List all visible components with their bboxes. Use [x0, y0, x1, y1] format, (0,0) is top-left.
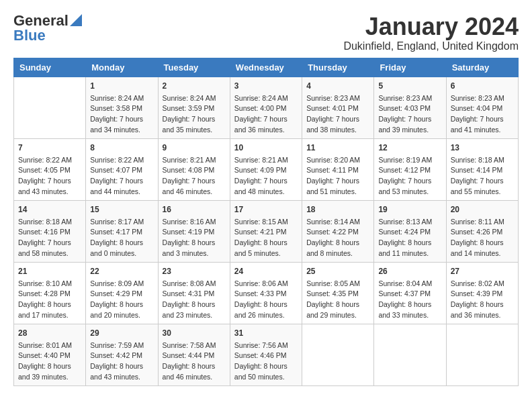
day-info: Sunrise: 7:58 AMSunset: 4:44 PMDaylight:…: [163, 340, 226, 383]
day-cell-24: 24Sunrise: 8:06 AMSunset: 4:33 PMDayligh…: [230, 262, 302, 324]
day-number: 24: [234, 265, 298, 277]
empty-cell: [14, 77, 86, 138]
day-number: 8: [90, 142, 153, 154]
day-cell-25: 25Sunrise: 8:05 AMSunset: 4:35 PMDayligh…: [302, 262, 374, 324]
day-info: Sunrise: 8:18 AMSunset: 4:16 PMDaylight:…: [18, 217, 81, 259]
day-info: Sunrise: 8:21 AMSunset: 4:09 PMDaylight:…: [234, 155, 298, 197]
day-cell-19: 19Sunrise: 8:13 AMSunset: 4:24 PMDayligh…: [374, 200, 446, 262]
day-info: Sunrise: 8:04 AMSunset: 4:37 PMDaylight:…: [378, 279, 441, 321]
empty-cell: [302, 324, 374, 385]
header-row: SundayMondayTuesdayWednesdayThursdayFrid…: [14, 58, 519, 77]
header-thursday: Thursday: [302, 58, 374, 77]
week-row-2: 7Sunrise: 8:22 AMSunset: 4:05 PMDaylight…: [14, 138, 519, 200]
title-block: January 2024 Dukinfield, England, United…: [343, 13, 519, 52]
day-number: 1: [90, 80, 153, 92]
day-number: 18: [306, 203, 369, 216]
day-cell-3: 3Sunrise: 8:24 AMSunset: 4:00 PMDaylight…: [230, 77, 302, 138]
day-cell-16: 16Sunrise: 8:16 AMSunset: 4:19 PMDayligh…: [158, 200, 230, 262]
day-cell-30: 30Sunrise: 7:58 AMSunset: 4:44 PMDayligh…: [158, 324, 230, 385]
day-number: 4: [306, 80, 369, 92]
day-number: 11: [306, 142, 369, 154]
day-number: 26: [378, 265, 441, 277]
day-info: Sunrise: 8:16 AMSunset: 4:19 PMDaylight:…: [163, 217, 226, 259]
day-cell-26: 26Sunrise: 8:04 AMSunset: 4:37 PMDayligh…: [374, 262, 446, 324]
day-number: 31: [234, 327, 298, 339]
day-cell-28: 28Sunrise: 8:01 AMSunset: 4:40 PMDayligh…: [14, 324, 86, 385]
day-number: 15: [90, 203, 153, 216]
day-info: Sunrise: 8:21 AMSunset: 4:08 PMDaylight:…: [163, 155, 226, 197]
calendar-table: SundayMondayTuesdayWednesdayThursdayFrid…: [13, 58, 519, 386]
day-info: Sunrise: 8:23 AMSunset: 4:01 PMDaylight:…: [306, 93, 369, 136]
header-sunday: Sunday: [14, 58, 86, 77]
day-info: Sunrise: 8:15 AMSunset: 4:21 PMDaylight:…: [234, 217, 298, 259]
day-info: Sunrise: 8:23 AMSunset: 4:04 PMDaylight:…: [451, 93, 514, 136]
day-info: Sunrise: 8:18 AMSunset: 4:14 PMDaylight:…: [451, 155, 514, 197]
day-info: Sunrise: 8:01 AMSunset: 4:40 PMDaylight:…: [18, 340, 81, 383]
day-info: Sunrise: 8:24 AMSunset: 3:58 PMDaylight:…: [90, 93, 153, 136]
day-number: 2: [163, 80, 226, 92]
day-cell-21: 21Sunrise: 8:10 AMSunset: 4:28 PMDayligh…: [14, 262, 86, 324]
day-cell-22: 22Sunrise: 8:09 AMSunset: 4:29 PMDayligh…: [86, 262, 158, 324]
day-info: Sunrise: 7:59 AMSunset: 4:42 PMDaylight:…: [90, 340, 153, 383]
day-number: 27: [451, 265, 514, 277]
day-number: 17: [234, 203, 298, 216]
day-cell-18: 18Sunrise: 8:14 AMSunset: 4:22 PMDayligh…: [302, 200, 374, 262]
day-cell-2: 2Sunrise: 8:24 AMSunset: 3:59 PMDaylight…: [158, 77, 230, 138]
day-number: 23: [163, 265, 226, 277]
day-cell-4: 4Sunrise: 8:23 AMSunset: 4:01 PMDaylight…: [302, 77, 374, 138]
day-cell-7: 7Sunrise: 8:22 AMSunset: 4:05 PMDaylight…: [14, 138, 86, 200]
day-info: Sunrise: 8:24 AMSunset: 4:00 PMDaylight:…: [234, 93, 298, 136]
day-info: Sunrise: 8:24 AMSunset: 3:59 PMDaylight:…: [163, 93, 226, 136]
day-number: 21: [18, 265, 81, 277]
day-cell-1: 1Sunrise: 8:24 AMSunset: 3:58 PMDaylight…: [86, 77, 158, 138]
day-cell-11: 11Sunrise: 8:20 AMSunset: 4:11 PMDayligh…: [302, 138, 374, 200]
day-number: 13: [451, 142, 514, 154]
day-number: 14: [18, 203, 81, 216]
day-info: Sunrise: 8:10 AMSunset: 4:28 PMDaylight:…: [18, 279, 81, 321]
day-number: 19: [378, 203, 441, 216]
day-cell-5: 5Sunrise: 8:23 AMSunset: 4:03 PMDaylight…: [374, 77, 446, 138]
day-cell-10: 10Sunrise: 8:21 AMSunset: 4:09 PMDayligh…: [230, 138, 302, 200]
day-number: 12: [378, 142, 441, 154]
header-tuesday: Tuesday: [158, 58, 230, 77]
day-info: Sunrise: 8:17 AMSunset: 4:17 PMDaylight:…: [90, 217, 153, 259]
header-saturday: Saturday: [446, 58, 518, 77]
day-number: 6: [451, 80, 514, 92]
month-title: January 2024: [343, 13, 519, 40]
logo: General Blue: [13, 13, 82, 43]
header-monday: Monday: [86, 58, 158, 77]
empty-cell: [446, 324, 518, 385]
day-number: 16: [163, 203, 226, 216]
day-number: 22: [90, 265, 153, 277]
day-cell-9: 9Sunrise: 8:21 AMSunset: 4:08 PMDaylight…: [158, 138, 230, 200]
week-row-4: 21Sunrise: 8:10 AMSunset: 4:28 PMDayligh…: [14, 262, 519, 324]
empty-cell: [374, 324, 446, 385]
day-cell-29: 29Sunrise: 7:59 AMSunset: 4:42 PMDayligh…: [86, 324, 158, 385]
day-info: Sunrise: 7:56 AMSunset: 4:46 PMDaylight:…: [234, 340, 298, 383]
day-number: 7: [18, 142, 81, 154]
day-info: Sunrise: 8:22 AMSunset: 4:05 PMDaylight:…: [18, 155, 81, 197]
day-info: Sunrise: 8:02 AMSunset: 4:39 PMDaylight:…: [451, 279, 514, 321]
day-cell-27: 27Sunrise: 8:02 AMSunset: 4:39 PMDayligh…: [446, 262, 518, 324]
day-info: Sunrise: 8:19 AMSunset: 4:12 PMDaylight:…: [378, 155, 441, 197]
day-cell-23: 23Sunrise: 8:08 AMSunset: 4:31 PMDayligh…: [158, 262, 230, 324]
day-cell-14: 14Sunrise: 8:18 AMSunset: 4:16 PMDayligh…: [14, 200, 86, 262]
day-info: Sunrise: 8:13 AMSunset: 4:24 PMDaylight:…: [378, 217, 441, 259]
week-row-1: 1Sunrise: 8:24 AMSunset: 3:58 PMDaylight…: [14, 77, 519, 138]
day-info: Sunrise: 8:22 AMSunset: 4:07 PMDaylight:…: [90, 155, 153, 197]
day-info: Sunrise: 8:11 AMSunset: 4:26 PMDaylight:…: [451, 217, 514, 259]
day-number: 3: [234, 80, 298, 92]
day-number: 9: [163, 142, 226, 154]
logo-arrow-icon: [70, 14, 82, 26]
day-info: Sunrise: 8:20 AMSunset: 4:11 PMDaylight:…: [306, 155, 369, 197]
svg-marker-0: [70, 14, 82, 26]
header-wednesday: Wednesday: [230, 58, 302, 77]
day-number: 25: [306, 265, 369, 277]
day-cell-31: 31Sunrise: 7:56 AMSunset: 4:46 PMDayligh…: [230, 324, 302, 385]
day-number: 10: [234, 142, 298, 154]
day-cell-15: 15Sunrise: 8:17 AMSunset: 4:17 PMDayligh…: [86, 200, 158, 262]
day-info: Sunrise: 8:14 AMSunset: 4:22 PMDaylight:…: [306, 217, 369, 259]
day-info: Sunrise: 8:09 AMSunset: 4:29 PMDaylight:…: [90, 279, 153, 321]
day-info: Sunrise: 8:23 AMSunset: 4:03 PMDaylight:…: [378, 93, 441, 136]
logo-blue-text: Blue: [13, 28, 46, 43]
